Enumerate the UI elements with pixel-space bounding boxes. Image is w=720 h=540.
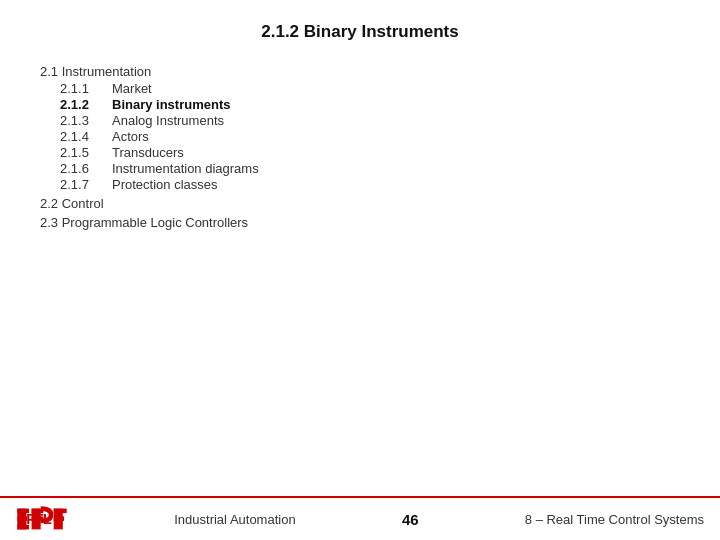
toc-number: 2.1.6 bbox=[60, 161, 112, 176]
toc-level1-2.1: 2.1 Instrumentation bbox=[40, 64, 680, 79]
toc-label: Actors bbox=[112, 129, 149, 144]
toc-label: Protection classes bbox=[112, 177, 218, 192]
toc-row-2-1-5: 2.1.5Transducers bbox=[60, 145, 680, 160]
toc-number: 2.1.5 bbox=[60, 145, 112, 160]
footer-course: Industrial Automation bbox=[174, 512, 295, 527]
slide-footer: EPFL Industrial Automation 46 8 – Real T… bbox=[0, 496, 720, 540]
toc-number: 2.1.4 bbox=[60, 129, 112, 144]
toc-row-2-1-6: 2.1.6Instrumentation diagrams bbox=[60, 161, 680, 176]
footer-logo: EPFL bbox=[16, 505, 68, 533]
toc-section-2.3: 2.3 Programmable Logic Controllers bbox=[40, 215, 680, 230]
toc-row-2-1-3: 2.1.3Analog Instruments bbox=[60, 113, 680, 128]
slide-container: 2.1.2 Binary Instruments 2.1 Instrumenta… bbox=[0, 0, 720, 540]
toc-label: Market bbox=[112, 81, 152, 96]
footer-section: 8 – Real Time Control Systems bbox=[525, 512, 704, 527]
toc-level1-2.2: 2.2 Control bbox=[40, 196, 680, 211]
toc-level1-2.3: 2.3 Programmable Logic Controllers bbox=[40, 215, 680, 230]
toc-section-2.2: 2.2 Control bbox=[40, 196, 680, 211]
toc-label: Binary instruments bbox=[112, 97, 230, 112]
footer-page: 46 bbox=[402, 511, 419, 528]
toc-label: Transducers bbox=[112, 145, 184, 160]
toc-row-2-1-7: 2.1.7Protection classes bbox=[60, 177, 680, 192]
toc-row-2-1-1: 2.1.1Market bbox=[60, 81, 680, 96]
toc-subsections-2.1: 2.1.1Market2.1.2Binary instruments2.1.3A… bbox=[40, 81, 680, 192]
slide-title: 2.1.2 Binary Instruments bbox=[0, 0, 720, 58]
toc-label: Instrumentation diagrams bbox=[112, 161, 259, 176]
slide-content: 2.1 Instrumentation2.1.1Market2.1.2Binar… bbox=[0, 58, 720, 496]
svg-text:EPFL: EPFL bbox=[17, 511, 52, 527]
toc-section-2.1: 2.1 Instrumentation2.1.1Market2.1.2Binar… bbox=[40, 64, 680, 192]
toc-number: 2.1.7 bbox=[60, 177, 112, 192]
toc-number: 2.1.1 bbox=[60, 81, 112, 96]
toc-number: 2.1.2 bbox=[60, 97, 112, 112]
toc-label: Analog Instruments bbox=[112, 113, 224, 128]
toc-row-2-1-2: 2.1.2Binary instruments bbox=[60, 97, 680, 112]
epfl-logo-icon: EPFL bbox=[16, 505, 68, 533]
toc-row-2-1-4: 2.1.4Actors bbox=[60, 129, 680, 144]
toc-number: 2.1.3 bbox=[60, 113, 112, 128]
